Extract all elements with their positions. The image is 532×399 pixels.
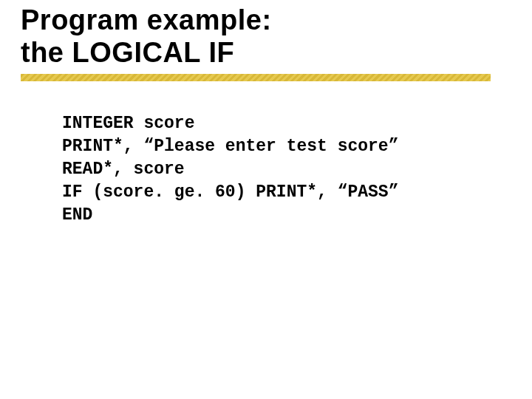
slide-title: Program example: the LOGICAL IF (21, 4, 494, 69)
code-block: INTEGER score PRINT*, “Please enter test… (62, 112, 505, 227)
code-line: PRINT*, “Please enter test score” (62, 135, 505, 158)
title-underline (21, 74, 491, 81)
code-line: END (62, 204, 505, 227)
slide: Program example: the LOGICAL IF INTEGER … (0, 0, 532, 399)
code-line: READ*, score (62, 158, 505, 181)
code-line: IF (score. ge. 60) PRINT*, “PASS” (62, 181, 505, 204)
title-block: Program example: the LOGICAL IF (21, 4, 494, 69)
code-line: INTEGER score (62, 112, 505, 135)
